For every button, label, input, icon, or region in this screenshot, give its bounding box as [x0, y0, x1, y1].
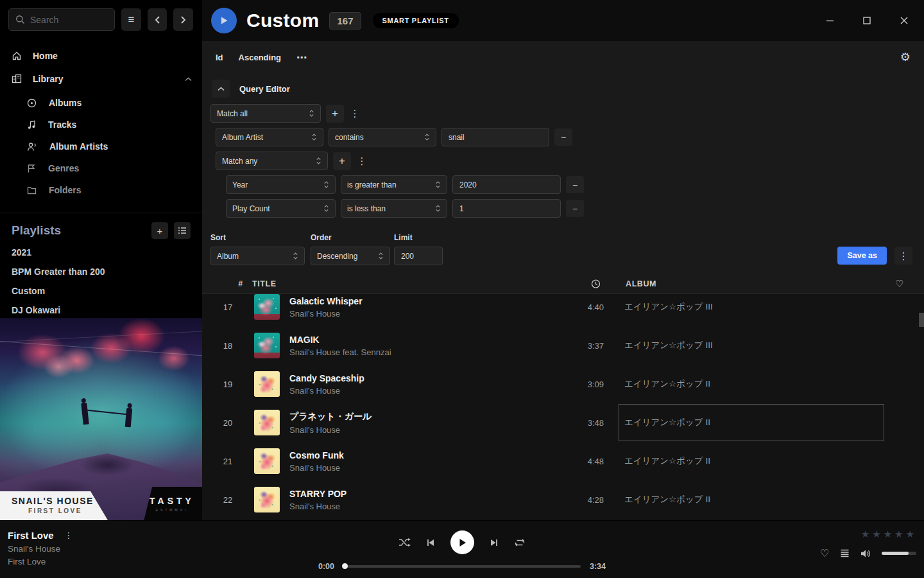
sort-controls: Sort Album Order Descending Limit Save a…: [202, 233, 924, 267]
save-as-button[interactable]: Save as: [837, 247, 887, 265]
remove-rule-button[interactable]: −: [566, 176, 584, 193]
sidebar-item-folders[interactable]: Folders: [0, 179, 202, 201]
collapse-query-editor-button[interactable]: [212, 80, 230, 98]
favorite-heart-icon[interactable]: ♡: [820, 547, 829, 559]
remove-rule-button[interactable]: −: [554, 128, 572, 146]
track-artist[interactable]: Snail's House: [289, 386, 364, 396]
playlist-item[interactable]: BPM Greater than 200: [0, 262, 202, 281]
seek-knob[interactable]: [342, 563, 348, 569]
sidebar-item-library[interactable]: Library: [0, 67, 202, 91]
menu-button[interactable]: ≡: [121, 8, 141, 31]
volume-slider[interactable]: [882, 552, 916, 555]
sort-direction-button[interactable]: Ascending: [239, 53, 281, 62]
track-album-focused-cell[interactable]: エイリアン☆ポップ II: [619, 404, 884, 441]
play-pause-button[interactable]: [450, 530, 474, 554]
track-album-art: [254, 294, 280, 320]
album-art-artist-banner: SNAIL'S HOUSE FIRST LOVE: [0, 491, 108, 520]
track-row[interactable]: 21 Cosmo FunkSnail's House 4:48 エイリアン☆ポッ…: [202, 442, 924, 480]
playlist-item[interactable]: 2021: [0, 243, 202, 262]
star-icon[interactable]: ★: [872, 529, 880, 540]
order-select[interactable]: Descending: [311, 247, 390, 265]
rule-field-select[interactable]: Album Artist: [216, 128, 323, 146]
shuffle-button[interactable]: [398, 538, 411, 547]
window-close-button[interactable]: [894, 11, 914, 30]
volume-icon[interactable]: [860, 549, 871, 558]
track-title: STARRY POP: [289, 489, 346, 499]
favorite-column-header[interactable]: ♡: [895, 278, 904, 290]
track-artist[interactable]: Snail's House: [289, 309, 363, 319]
save-menu-button[interactable]: ⋮: [894, 247, 912, 265]
track-album[interactable]: エイリアン☆ポップ II: [619, 442, 884, 480]
track-artist[interactable]: Snail's House: [289, 502, 346, 511]
rule-field-select[interactable]: Year: [226, 175, 336, 194]
group-match-type-select[interactable]: Match any: [216, 152, 328, 170]
total-time: 3:34: [590, 562, 613, 571]
track-artist[interactable]: Snail's House: [289, 425, 372, 435]
search-input[interactable]: [30, 15, 101, 25]
sidebar-item-albums[interactable]: Albums: [0, 92, 202, 114]
scrollbar-thumb[interactable]: [919, 313, 924, 327]
track-row[interactable]: 17 Galactic WhisperSnail's House 4:40 エイ…: [202, 294, 924, 326]
rule-field-select[interactable]: Play Count: [226, 199, 336, 218]
track-album-art: [254, 371, 280, 397]
duration-column-header[interactable]: [591, 279, 601, 288]
queue-icon[interactable]: [840, 549, 850, 557]
sidebar-item-album-artists[interactable]: Album Artists: [0, 136, 202, 157]
playlist-item[interactable]: DJ Okawari: [0, 301, 202, 320]
track-artist[interactable]: Snail's House feat. Sennzai: [289, 347, 391, 357]
column-header-title[interactable]: TITLE: [252, 279, 277, 288]
rule-value-input[interactable]: [452, 199, 561, 218]
star-icon[interactable]: ★: [861, 529, 869, 540]
limit-input[interactable]: [394, 247, 443, 265]
track-album[interactable]: エイリアン☆ポップ III: [619, 327, 884, 364]
track-index: 18: [212, 341, 243, 351]
track-album[interactable]: エイリアン☆ポップ II: [619, 365, 884, 403]
sidebar-item-home[interactable]: Home: [0, 44, 202, 67]
add-group-rule-button[interactable]: +: [333, 152, 351, 170]
column-header-album[interactable]: ALBUM: [626, 279, 656, 288]
rule-group-menu-button[interactable]: ⋮: [349, 108, 361, 119]
search-box[interactable]: [8, 8, 115, 31]
gear-icon[interactable]: ⚙: [900, 50, 911, 64]
add-playlist-button[interactable]: +: [151, 222, 168, 239]
playlist-item[interactable]: Custom: [0, 281, 202, 301]
next-track-button[interactable]: [490, 538, 499, 547]
star-icon[interactable]: ★: [894, 529, 903, 540]
sidebar-item-tracks[interactable]: Tracks: [0, 114, 202, 136]
rule-operator-select[interactable]: contains: [329, 128, 436, 146]
window-maximize-button[interactable]: [857, 11, 877, 30]
add-rule-button[interactable]: +: [326, 105, 344, 123]
group-menu-button[interactable]: ⋮: [356, 155, 368, 167]
rule-operator-select[interactable]: is greater than: [341, 175, 447, 194]
sort-field-button[interactable]: Id: [216, 53, 223, 62]
back-button[interactable]: [148, 8, 167, 31]
rule-value-input[interactable]: [441, 128, 549, 146]
sort-select[interactable]: Album: [210, 247, 305, 265]
playlist-list-button[interactable]: [174, 222, 191, 239]
star-icon[interactable]: ★: [884, 529, 892, 540]
chevron-up-icon[interactable]: [185, 77, 192, 82]
track-row[interactable]: 18 MAGIKSnail's House feat. Sennzai 3:37…: [202, 326, 924, 365]
rule-value-input[interactable]: [452, 175, 561, 194]
remove-rule-button[interactable]: −: [566, 200, 584, 217]
track-row[interactable]: 20 プラネット・ガールSnail's House 3:48 エイリアン☆ポップ…: [202, 403, 924, 442]
play-playlist-button[interactable]: [211, 8, 237, 33]
match-type-select[interactable]: Match all: [210, 104, 321, 123]
track-row[interactable]: 19 Candy SpaceshipSnail's House 3:09 エイリ…: [202, 365, 924, 403]
album-art-label: TASTY: [150, 496, 194, 506]
repeat-button[interactable]: [514, 538, 526, 547]
forward-button[interactable]: [173, 8, 193, 31]
track-artist[interactable]: Snail's House: [289, 463, 344, 473]
seek-slider[interactable]: [343, 565, 581, 568]
previous-track-button[interactable]: [426, 538, 435, 547]
minus-icon: −: [561, 132, 566, 143]
track-album[interactable]: エイリアン☆ポップ II: [619, 481, 884, 518]
column-header-index[interactable]: #: [225, 279, 256, 288]
star-icon[interactable]: ★: [906, 529, 914, 540]
track-row[interactable]: 22 STARRY POPSnail's House 4:28 エイリアン☆ポッ…: [202, 480, 924, 519]
window-minimize-button[interactable]: [820, 11, 839, 30]
more-options-button[interactable]: ⋯: [296, 51, 307, 64]
track-album[interactable]: エイリアン☆ポップ III: [619, 294, 884, 326]
rule-operator-select[interactable]: is less than: [341, 199, 447, 218]
sidebar-item-genres[interactable]: Genres: [0, 157, 202, 179]
